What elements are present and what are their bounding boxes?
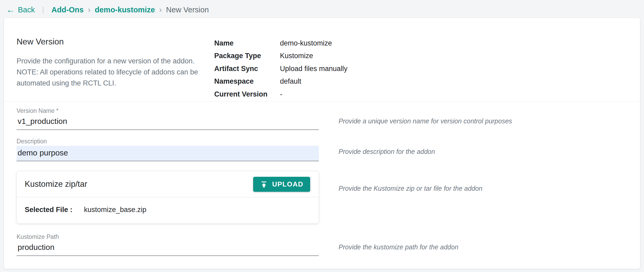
breadcrumb-chevron-icon: › — [88, 5, 90, 14]
description-input[interactable] — [17, 146, 319, 161]
info-value-package-type: Kustomize — [280, 50, 347, 63]
breadcrumb-item-addons[interactable]: Add-Ons — [52, 6, 84, 14]
back-button[interactable]: ← Back — [6, 6, 35, 14]
version-name-helper: Provide a unique version name for versio… — [339, 107, 512, 130]
description-field: Description — [17, 137, 319, 161]
upload-button[interactable]: UPLOAD — [253, 177, 310, 192]
new-version-card: New Version Provide the configuration fo… — [4, 18, 640, 269]
breadcrumb: ← Back | Add-Ons › demo-kustomize › New … — [0, 0, 644, 18]
kustomize-path-row: Kustomize Path Provide the kustomize pat… — [17, 233, 640, 256]
upload-card-body: Selected File : kustomize_base.zip — [17, 197, 319, 222]
upload-icon — [260, 180, 268, 188]
info-value-name: demo-kustomize — [280, 38, 347, 50]
page-title: New Version — [17, 37, 209, 47]
selected-file-label: Selected File : — [25, 206, 73, 214]
kustomize-path-helper: Provide the kustomize path for the addon — [339, 233, 458, 256]
back-arrow-icon: ← — [6, 6, 15, 14]
upload-title: Kustomize zip/tar — [25, 179, 87, 189]
card-header: New Version Provide the configuration fo… — [4, 18, 640, 102]
header-intro: New Version Provide the configuration fo… — [17, 37, 209, 101]
addon-info-panel: Name demo-kustomize Package Type Kustomi… — [214, 37, 347, 101]
upload-helper: Provide the Kustomize zip or tar file fo… — [339, 171, 483, 224]
kustomize-path-input[interactable] — [17, 241, 319, 256]
info-label-package-type: Package Type — [214, 50, 280, 63]
info-label-current-version: Current Version — [214, 89, 280, 101]
selected-file-name: kustomize_base.zip — [84, 206, 146, 214]
description-label: Description — [17, 137, 319, 145]
version-name-field: Version Name * — [17, 107, 319, 130]
info-value-current-version: - — [280, 89, 347, 101]
version-name-row: Version Name * Provide a unique version … — [17, 107, 640, 130]
new-version-form: Version Name * Provide a unique version … — [4, 102, 640, 256]
breadcrumb-chevron-icon: › — [159, 5, 162, 14]
version-name-label: Version Name * — [17, 107, 319, 115]
info-value-artifact-sync: Upload files manually — [280, 63, 347, 76]
page-description: Provide the configuration for a new vers… — [17, 56, 209, 89]
upload-card-header: Kustomize zip/tar UPLOAD — [17, 171, 319, 197]
info-label-artifact-sync: Artifact Sync — [214, 63, 280, 76]
info-label-namespace: Namespace — [214, 76, 280, 88]
breadcrumb-item-addon-name[interactable]: demo-kustomize — [95, 6, 155, 14]
description-helper: Provide description for the addon — [339, 137, 435, 161]
upload-row: Kustomize zip/tar UPLOAD Selected File :… — [17, 171, 640, 224]
info-value-namespace: default — [280, 76, 347, 88]
kustomize-path-label: Kustomize Path — [17, 233, 319, 241]
breadcrumb-item-current: New Version — [166, 6, 209, 14]
upload-card: Kustomize zip/tar UPLOAD Selected File :… — [17, 171, 319, 224]
info-label-name: Name — [214, 38, 280, 50]
kustomize-path-field: Kustomize Path — [17, 233, 319, 256]
breadcrumb-separator: | — [42, 6, 44, 14]
description-row: Description Provide description for the … — [17, 137, 640, 161]
back-label: Back — [18, 6, 35, 14]
version-name-input[interactable] — [17, 115, 319, 130]
upload-button-label: UPLOAD — [272, 180, 303, 188]
